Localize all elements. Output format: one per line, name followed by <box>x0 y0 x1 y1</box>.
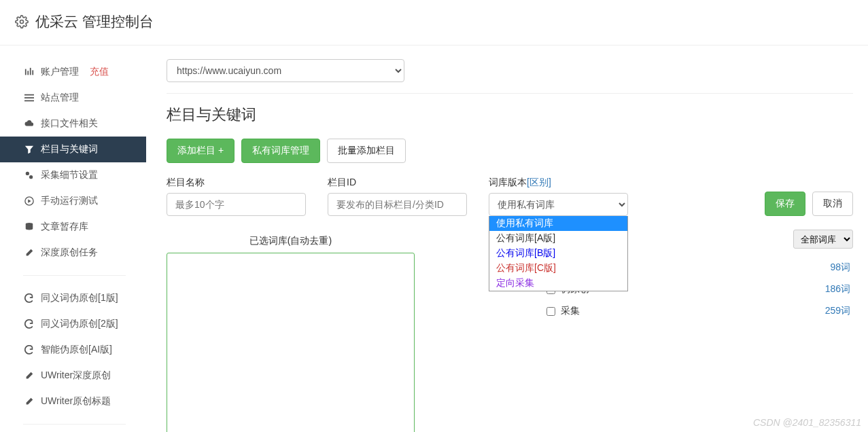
cogs-icon <box>24 170 34 180</box>
svg-rect-5 <box>24 94 34 96</box>
sidebar-item-7[interactable]: 深度原创任务 <box>0 240 146 266</box>
save-button[interactable]: 保存 <box>765 192 805 216</box>
list-icon <box>24 93 34 103</box>
edit-icon <box>24 371 34 380</box>
sidebar-item-3[interactable]: UWriter深度原创 <box>0 363 146 389</box>
refresh-icon <box>24 319 34 329</box>
refresh-icon <box>24 345 34 355</box>
sidebar-item-label: 采集细节设置 <box>41 169 98 181</box>
sidebar-item-1[interactable]: 站点管理 <box>0 85 146 111</box>
sidebar-item-label: 站点管理 <box>41 92 79 104</box>
svg-rect-6 <box>24 97 34 98</box>
lib-count[interactable]: 186词 <box>825 283 850 295</box>
site-select[interactable]: https://www.ucaiyun.com <box>167 59 404 82</box>
svg-point-8 <box>26 172 29 175</box>
button-row: 添加栏目 + 私有词库管理 批量添加栏目 <box>167 139 853 163</box>
divider <box>167 93 853 94</box>
sidebar: 账户管理充值站点管理接口文件相关栏目与关键词采集细节设置手动运行测试文章暂存库深… <box>0 59 146 432</box>
lib-item: 采集259词 <box>544 300 853 322</box>
play-icon <box>24 196 34 206</box>
version-dropdown-menu: 使用私有词库公有词库[A版]公有词库[B版]公有词库[C版]定向采集 <box>489 216 628 291</box>
sidebar-item-0[interactable]: 账户管理充值 <box>0 59 146 85</box>
svg-rect-3 <box>30 68 31 75</box>
version-option[interactable]: 公有词库[B版] <box>489 246 627 261</box>
header: 优采云 管理控制台 <box>0 0 868 46</box>
lib-filter-select[interactable]: 全部词库 <box>793 230 853 249</box>
svg-point-0 <box>20 20 24 24</box>
gear-icon <box>15 15 29 29</box>
version-option[interactable]: 公有词库[C版] <box>489 261 627 276</box>
version-select[interactable]: 使用私有词库 <box>489 193 628 216</box>
main-content: https://www.ucaiyun.com 栏目与关键词 添加栏目 + 私有… <box>146 59 868 432</box>
lib-count[interactable]: 98词 <box>830 262 850 274</box>
sidebar-item-2[interactable]: 接口文件相关 <box>0 111 146 137</box>
sidebar-item-label: UWriter深度原创 <box>41 370 111 382</box>
svg-rect-2 <box>27 71 29 75</box>
selected-lib-title: 已选词库(自动去重) <box>167 230 415 253</box>
selected-lib-box[interactable] <box>167 253 415 432</box>
sidebar-separator <box>23 275 126 276</box>
sidebar-item-4[interactable]: 采集细节设置 <box>0 162 146 188</box>
version-label: 词库版本[区别] <box>489 177 628 189</box>
version-option[interactable]: 使用私有词库 <box>489 216 627 231</box>
sidebar-separator <box>23 424 126 425</box>
col-name-label: 栏目名称 <box>167 177 306 189</box>
page-title: 优采云 管理控制台 <box>15 12 853 31</box>
sidebar-item-1[interactable]: 同义词伪原创[2版] <box>0 311 146 337</box>
sidebar-item-label: 深度原创任务 <box>41 247 98 259</box>
lib-label: 采集 <box>561 305 580 317</box>
add-column-button[interactable]: 添加栏目 + <box>167 139 235 163</box>
svg-rect-7 <box>24 101 34 102</box>
section-title: 栏目与关键词 <box>167 105 853 125</box>
col-id-label: 栏目ID <box>328 177 467 189</box>
col-id-input[interactable] <box>328 193 467 216</box>
sidebar-item-4[interactable]: UWriter原创标题 <box>0 389 146 414</box>
cloud-icon <box>24 119 34 128</box>
sidebar-item-6[interactable]: 文章暂存库 <box>0 214 146 240</box>
sidebar-item-label: 栏目与关键词 <box>41 143 98 156</box>
sidebar-item-label: 手动运行测试 <box>41 195 98 207</box>
refresh-icon <box>24 293 34 303</box>
cancel-button[interactable]: 取消 <box>812 192 853 216</box>
sidebar-item-label: UWriter原创标题 <box>41 395 111 408</box>
sidebar-item-label: 智能伪原创[AI版] <box>41 344 112 356</box>
sidebar-item-2[interactable]: 智能伪原创[AI版] <box>0 337 146 363</box>
sidebar-item-label: 账户管理 <box>41 66 79 78</box>
sidebar-item-3[interactable]: 栏目与关键词 <box>0 137 146 162</box>
sidebar-item-5[interactable]: 手动运行测试 <box>0 188 146 214</box>
bars-icon <box>24 67 34 77</box>
svg-point-9 <box>29 175 33 179</box>
svg-rect-1 <box>25 69 27 75</box>
form-row: 栏目名称 栏目ID 词库版本[区别] 使用私有词库 使用私有词库公有词库[A版]… <box>167 177 853 216</box>
lib-count[interactable]: 259词 <box>825 305 850 317</box>
col-name-input[interactable] <box>167 193 306 216</box>
edit-icon <box>24 248 34 257</box>
version-option[interactable]: 定向采集 <box>489 276 627 291</box>
version-option[interactable]: 公有词库[A版] <box>489 231 627 246</box>
database-icon <box>24 222 34 232</box>
version-diff-link[interactable]: [区别] <box>527 177 551 187</box>
filter-icon <box>24 145 34 154</box>
private-lib-mgmt-button[interactable]: 私有词库管理 <box>241 139 320 163</box>
edit-icon <box>24 397 34 406</box>
sidebar-item-label: 同义词伪原创[1版] <box>41 292 118 304</box>
batch-add-button[interactable]: 批量添加栏目 <box>327 139 406 163</box>
sidebar-item-label: 同义词伪原创[2版] <box>41 318 118 330</box>
lib-checkbox[interactable] <box>546 307 555 316</box>
title-text: 优采云 管理控制台 <box>35 12 154 31</box>
sidebar-item-label: 文章暂存库 <box>41 221 88 233</box>
sidebar-item-label: 接口文件相关 <box>41 118 98 130</box>
sidebar-item-0[interactable]: 同义词伪原创[1版] <box>0 285 146 311</box>
svg-rect-4 <box>32 70 33 75</box>
sidebar-item-extra[interactable]: 充值 <box>90 66 109 78</box>
